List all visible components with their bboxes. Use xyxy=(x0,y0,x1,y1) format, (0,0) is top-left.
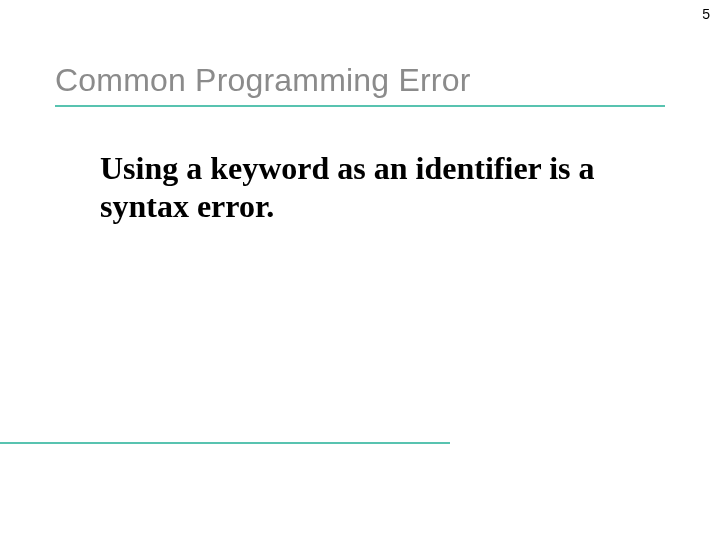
body-block: Using a keyword as an identifier is a sy… xyxy=(100,150,640,226)
slide-title: Common Programming Error xyxy=(55,62,665,99)
title-block: Common Programming Error xyxy=(55,62,665,115)
footer-rule xyxy=(0,442,450,444)
body-text: Using a keyword as an identifier is a sy… xyxy=(100,150,640,226)
page-number: 5 xyxy=(702,6,710,22)
title-underline xyxy=(55,105,665,107)
slide: 5 Common Programming Error Using a keywo… xyxy=(0,0,720,540)
